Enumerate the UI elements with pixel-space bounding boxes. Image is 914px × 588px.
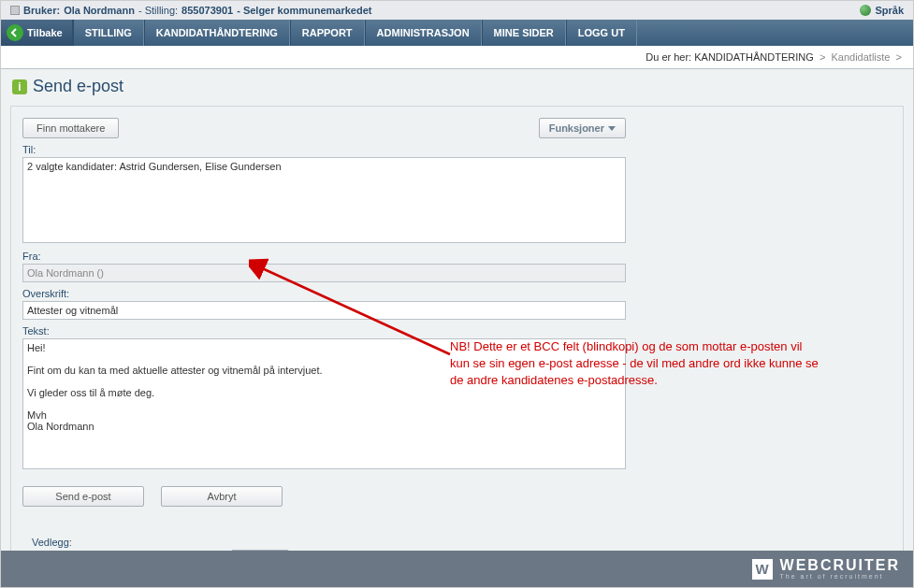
pos-label: - Stilling: — [138, 5, 178, 16]
pos-title: - Selger kommunemarkedet — [237, 5, 371, 16]
top-user-bar: Bruker: Ola Nordmann - Stilling: 8550739… — [1, 1, 913, 20]
user-square-icon — [10, 6, 20, 15]
brand-tagline: The art of recruitment — [780, 573, 900, 580]
logo-text: WEBCRUITER The art of recruitment — [780, 558, 900, 580]
find-recipients-button[interactable]: Finn mottakere — [22, 118, 119, 138]
back-arrow-icon — [7, 24, 23, 41]
functions-button[interactable]: Funksjoner — [539, 118, 626, 138]
content-area: i Send e-post Finn mottakere Funksjoner … — [1, 69, 913, 552]
user-label: Bruker: — [23, 5, 60, 16]
breadcrumb-sep2: > — [893, 51, 902, 63]
cancel-button[interactable]: Avbryt — [161, 486, 283, 507]
subject-field[interactable] — [22, 301, 626, 320]
breadcrumb: Du er her: KANDIDATHÅNDTERING > Kandidat… — [1, 46, 913, 69]
nav-kandidathandtering[interactable]: KANDIDATHÅNDTERING — [144, 20, 290, 46]
lang-label: Språk — [875, 5, 904, 16]
breadcrumb-seg2[interactable]: Kandidatliste — [831, 51, 890, 63]
page-title-text: Send e-post — [33, 77, 123, 96]
main-nav: Tilbake STILLING KANDIDATHÅNDTERING RAPP… — [1, 20, 913, 46]
back-button[interactable]: Tilbake — [1, 20, 73, 46]
from-label: Fra: — [22, 251, 626, 262]
language-selector[interactable]: Språk — [860, 5, 904, 16]
send-button[interactable]: Send e-post — [22, 486, 144, 507]
info-icon: i — [12, 79, 27, 94]
back-label: Tilbake — [27, 27, 63, 38]
nav-logg-ut[interactable]: LOGG UT — [566, 20, 637, 46]
form-left-column: Finn mottakere Funksjoner Til: Fra: Over… — [22, 118, 626, 507]
page-title: i Send e-post — [12, 77, 904, 96]
annotation-text: NB! Dette er et BCC felt (blindkopi) og … — [450, 338, 824, 390]
to-label: Til: — [22, 144, 626, 155]
user-name: Ola Nordmann — [64, 5, 135, 16]
chevron-down-icon — [608, 126, 616, 131]
brand-name: WEBCRUITER — [780, 558, 900, 573]
logo-mark-icon: W — [752, 559, 773, 580]
attachment-label: Vedlegg: — [32, 537, 289, 548]
from-field — [22, 264, 626, 282]
body-label: Tekst: — [22, 325, 626, 337]
footer: W WEBCRUITER The art of recruitment — [1, 551, 913, 587]
nav-mine-sider[interactable]: MINE SIDER — [482, 20, 566, 46]
nav-administrasjon[interactable]: ADMINISTRASJON — [365, 20, 482, 46]
functions-label: Funksjoner — [549, 122, 604, 134]
footer-logo: W WEBCRUITER The art of recruitment — [752, 558, 900, 580]
user-info: Bruker: Ola Nordmann - Stilling: 8550739… — [10, 5, 371, 16]
pos-number: 855073901 — [181, 5, 233, 16]
globe-icon — [860, 5, 871, 16]
top-button-row: Finn mottakere Funksjoner — [22, 118, 626, 138]
nav-rapport[interactable]: RAPPORT — [290, 20, 365, 46]
subject-label: Overskrift: — [22, 288, 626, 299]
breadcrumb-sep: > — [817, 51, 829, 63]
breadcrumb-prefix: Du er her: — [646, 51, 691, 63]
form-action-row: Send e-post Avbryt — [22, 486, 626, 507]
nav-stilling[interactable]: STILLING — [73, 20, 144, 46]
breadcrumb-seg1: KANDIDATHÅNDTERING — [694, 51, 814, 63]
to-field[interactable] — [22, 157, 626, 243]
